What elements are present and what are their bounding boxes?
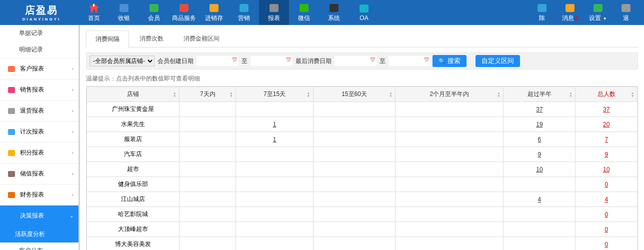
tab[interactable]: 消费次数	[130, 30, 173, 47]
cell	[504, 207, 576, 222]
sidebar-item[interactable]: 积分报表›	[0, 142, 78, 163]
last-date-from[interactable]	[334, 56, 376, 66]
cell	[180, 177, 236, 192]
cell-link[interactable]: 0	[604, 211, 608, 218]
sidebar-icon	[7, 170, 16, 178]
nav-label: 微信	[298, 14, 310, 22]
nav-right-user[interactable]: 陈	[528, 0, 556, 25]
table-row: 健身俱乐部0	[87, 177, 638, 192]
table-row: 大顶峰超市0	[87, 222, 638, 237]
nav-right-gear[interactable]: 设置 ▼	[584, 0, 612, 25]
nav-system[interactable]: 系统	[319, 0, 349, 25]
cell-link[interactable]: 10	[536, 166, 542, 173]
nav-label: 商品服务	[172, 14, 196, 22]
bell-icon	[564, 3, 576, 13]
svg-rect-15	[8, 87, 15, 93]
nav-right-exit[interactable]: 退	[612, 0, 640, 25]
cell-link[interactable]: 0	[604, 241, 608, 248]
svg-rect-21	[8, 213, 15, 219]
tab[interactable]: 消费金额区间	[174, 30, 229, 47]
sidebar-item[interactable]: 计次报表›	[0, 121, 78, 142]
cell	[313, 207, 396, 222]
nav-label: 消息2	[562, 14, 578, 22]
nav-goods[interactable]: 商品服务	[169, 0, 199, 25]
nav-stock[interactable]: 进销存	[199, 0, 229, 25]
main: 消费间隔消费次数消费金额区间 -全部会员所属店铺- 会员创建日期 至 最后消费日…	[80, 25, 644, 250]
nav-right-bell[interactable]: 消息2	[556, 0, 584, 25]
cell-link[interactable]: 9	[604, 151, 608, 158]
store-select[interactable]: -全部会员所属店铺-	[90, 56, 154, 66]
cell	[236, 222, 313, 237]
home-icon	[88, 3, 100, 13]
cell	[180, 222, 236, 237]
cell-link[interactable]: 37	[603, 106, 610, 113]
cell	[396, 117, 504, 132]
cell-link[interactable]: 1	[273, 121, 276, 128]
column-header[interactable]: 7天内▲▼	[180, 87, 236, 102]
cell-link[interactable]: 6	[538, 136, 542, 143]
column-header[interactable]: 超过半年▲▼	[504, 87, 576, 102]
svg-rect-9	[360, 4, 368, 12]
chevron-right-icon: ›	[72, 108, 74, 114]
nav-home[interactable]: 首页	[79, 0, 109, 25]
nav-label: 退	[623, 14, 629, 22]
cell-link[interactable]: 20	[603, 121, 610, 128]
column-header[interactable]: 总人数▲▼	[576, 87, 638, 102]
cell: 37	[504, 102, 576, 117]
sidebar-sub[interactable]: 客户分布	[0, 242, 78, 250]
cell: 0	[576, 237, 638, 250]
nav-oa[interactable]: OA	[349, 0, 379, 25]
sort-icon: ▲▼	[307, 92, 310, 98]
column-header[interactable]: 2个月至半年内▲▼	[396, 87, 504, 102]
cell: 19	[504, 117, 576, 132]
nav-member[interactable]: 会员	[139, 0, 169, 25]
tab[interactable]: 消费间隔	[86, 30, 129, 48]
cell-link[interactable]: 4	[538, 196, 542, 203]
cell-link[interactable]: 9	[538, 151, 542, 158]
cell	[180, 162, 236, 177]
cell-link[interactable]: 0	[604, 181, 608, 188]
sidebar-sub[interactable]: 活跃度分析	[0, 226, 78, 242]
cell-link[interactable]: 10	[603, 166, 610, 173]
sidebar-item[interactable]: 储值报表›	[0, 163, 78, 184]
sidebar-sub[interactable]: 明细记录	[0, 42, 78, 58]
custom-range-button[interactable]: 自定义区间	[476, 55, 520, 67]
column-header[interactable]: 店铺▲▼	[87, 87, 180, 102]
cell-link[interactable]: 7	[604, 136, 608, 143]
column-header[interactable]: 7至15天▲▼	[236, 87, 313, 102]
sidebar-item[interactable]: 退货报表›	[0, 100, 78, 121]
cell-link[interactable]: 37	[536, 106, 542, 113]
sidebar-item[interactable]: 财务报表›	[0, 184, 78, 205]
cell	[396, 207, 504, 222]
search-button[interactable]: 🔍 搜索	[432, 55, 466, 67]
last-date-to[interactable]	[388, 56, 430, 66]
table-row: 汽车店99	[87, 147, 638, 162]
chevron-right-icon: ›	[72, 87, 74, 92]
cell-link[interactable]: 4	[604, 196, 608, 203]
sidebar-label: 决策报表	[20, 212, 44, 220]
sidebar-icon	[7, 191, 16, 199]
create-date-to[interactable]	[250, 56, 292, 66]
nav-cash[interactable]: 收银	[109, 0, 139, 25]
column-header[interactable]: 15至60天▲▼	[313, 87, 396, 102]
nav-horn[interactable]: 营销	[229, 0, 259, 25]
create-date-from[interactable]	[196, 56, 238, 66]
chevron-right-icon: ›	[72, 171, 74, 176]
cell: 9	[504, 147, 576, 162]
nav-report[interactable]: 报表	[259, 0, 289, 25]
cell-link[interactable]: 1	[273, 136, 276, 143]
nav-wechat[interactable]: 微信	[289, 0, 319, 25]
table-row: 江山城店44	[87, 192, 638, 207]
sidebar-label: 退货报表	[20, 106, 44, 115]
chevron-right-icon: ›	[72, 192, 74, 198]
sidebar-item[interactable]: 决策报表⌄	[0, 205, 78, 226]
cell	[180, 192, 236, 207]
cell-link[interactable]: 0	[604, 226, 608, 233]
sidebar-item[interactable]: 客户报表›	[0, 58, 78, 79]
cell-link[interactable]: 19	[536, 121, 542, 128]
sidebar-item[interactable]: 销售报表›	[0, 79, 78, 100]
cell-store: 博大美容美发	[87, 237, 180, 250]
sidebar-icon	[7, 128, 16, 136]
sidebar-sub[interactable]: 单据记录	[0, 25, 78, 42]
cell	[180, 102, 236, 117]
